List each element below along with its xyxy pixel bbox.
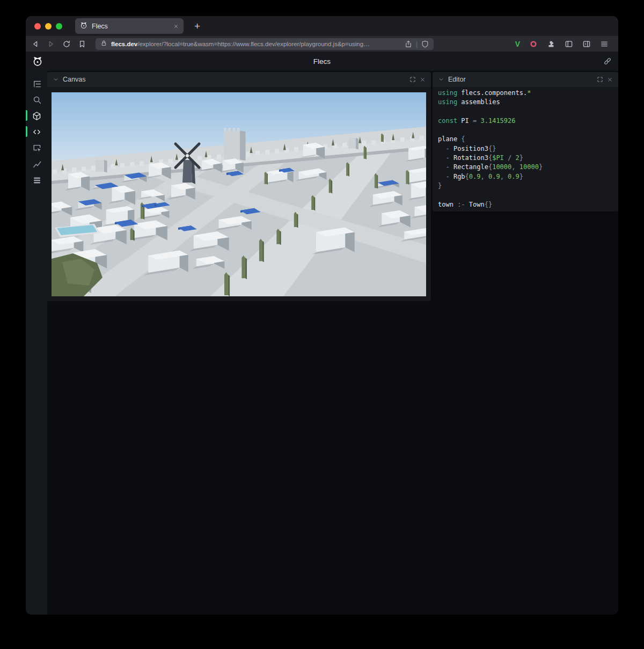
page-title: Flecs <box>26 57 618 65</box>
expand-icon[interactable] <box>409 76 416 83</box>
sidebar-item-code[interactable] <box>26 123 47 140</box>
share-link-icon[interactable] <box>603 57 612 65</box>
menu-button[interactable] <box>600 40 609 48</box>
search-icon <box>32 95 41 104</box>
lock-icon <box>100 39 107 49</box>
canvas-3d-scene[interactable] <box>52 92 426 296</box>
chevron-down-icon[interactable] <box>53 76 59 83</box>
url-text: flecs.dev/explorer/?local=true&wasm=http… <box>111 41 401 47</box>
flecs-explorer-page: Flecs Canvas <box>26 52 618 615</box>
editor-panel-header: Editor <box>433 72 618 87</box>
extension-icons: V <box>515 40 613 48</box>
new-tab-button[interactable]: + <box>194 21 200 31</box>
sidebar-toggle-icon[interactable] <box>565 40 573 48</box>
close-window-button[interactable] <box>34 23 41 30</box>
browser-toolbar: flecs.dev/explorer/?local=true&wasm=http… <box>26 36 618 52</box>
sidebar-item-entity-tree[interactable] <box>26 75 47 91</box>
canvas-panel-title: Canvas <box>63 76 85 83</box>
extensions-puzzle-icon[interactable] <box>547 40 555 48</box>
cube-icon <box>32 111 41 120</box>
code-icon <box>32 127 41 136</box>
canvas-panel-header: Canvas <box>47 72 431 87</box>
entity-tree-icon <box>32 79 41 88</box>
code-line: - Rectangle{10000, 10000} <box>438 163 613 172</box>
left-rail <box>26 71 47 615</box>
flecs-logo-icon <box>32 56 43 67</box>
browser-window: Flecs + flecs.dev/explorer/?local=true&w… <box>26 16 618 615</box>
close-icon[interactable] <box>607 77 613 83</box>
sidebar-item-table[interactable] <box>26 172 47 188</box>
forward-button[interactable] <box>47 40 55 48</box>
back-button[interactable] <box>31 40 40 48</box>
chart-icon <box>32 159 41 169</box>
editor-panel-title: Editor <box>448 76 466 83</box>
sidebar-item-search[interactable] <box>26 91 47 107</box>
active-indicator <box>26 126 27 137</box>
code-line: using assemblies <box>438 98 613 107</box>
table-icon <box>32 176 41 185</box>
canvas-panel: Canvas <box>47 72 431 301</box>
code-line: } <box>438 181 613 191</box>
sidebar-item-inspect[interactable] <box>26 140 47 156</box>
close-icon[interactable] <box>420 77 426 83</box>
code-line: const PI = 3.1415926 <box>438 116 613 126</box>
code-line: - Rotation3{$PI / 2} <box>438 154 613 163</box>
minimize-window-button[interactable] <box>45 23 52 30</box>
browser-tab[interactable]: Flecs <box>75 18 184 34</box>
url-domain: flecs.dev <box>111 41 137 47</box>
browser-titlebar: Flecs + <box>26 16 618 36</box>
url-bar[interactable]: flecs.dev/explorer/?local=true&wasm=http… <box>96 38 434 50</box>
chevron-down-icon[interactable] <box>438 76 444 83</box>
code-line <box>438 191 613 200</box>
tab-title: Flecs <box>92 23 169 30</box>
expand-icon[interactable] <box>597 76 603 83</box>
toolbar-divider: | <box>416 40 418 48</box>
code-line <box>438 107 613 116</box>
inspect-icon <box>32 143 41 152</box>
record-extension-icon[interactable] <box>529 40 538 48</box>
code-line: - Position3{} <box>438 144 613 154</box>
shield-icon[interactable] <box>421 40 429 48</box>
code-line: plane { <box>438 135 613 144</box>
tab-close-icon[interactable] <box>173 24 179 29</box>
sidebar-item-chart[interactable] <box>26 156 47 172</box>
code-line: - Rgb{0.9, 0.9, 0.9} <box>438 172 613 181</box>
reload-button[interactable] <box>62 40 71 48</box>
flecs-favicon <box>80 21 87 31</box>
code-line: town :- Town{} <box>438 200 613 209</box>
code-line: using flecs.components.* <box>438 89 613 98</box>
editor-code[interactable]: using flecs.components.*using assemblies… <box>433 87 618 211</box>
macos-traffic-lights <box>34 23 62 30</box>
code-line <box>438 126 613 135</box>
editor-panel: Editor using flecs.components.*using ass… <box>433 72 618 212</box>
sidebar-item-cube[interactable] <box>26 107 47 123</box>
active-indicator <box>26 110 27 121</box>
bookmark-button[interactable] <box>78 40 86 48</box>
page-header: Flecs <box>26 52 618 71</box>
tab-overview-icon[interactable] <box>582 40 591 48</box>
vimium-extension-icon[interactable]: V <box>515 40 520 48</box>
zoom-window-button[interactable] <box>56 23 62 30</box>
share-icon[interactable] <box>405 40 412 48</box>
url-path: /explorer/?local=true&wasm=https://www.f… <box>137 41 369 47</box>
page-body: Canvas <box>26 71 618 615</box>
